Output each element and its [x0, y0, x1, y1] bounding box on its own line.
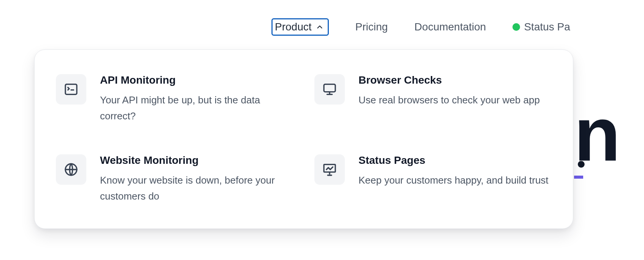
presentation-icon [314, 154, 345, 185]
hero-fragment-underline [574, 176, 583, 179]
svg-rect-2 [324, 84, 335, 92]
menu-title: Browser Checks [358, 74, 549, 86]
menu-text: Browser Checks Use real browsers to chec… [358, 74, 549, 108]
product-dropdown: API Monitoring Your API might be up, but… [34, 49, 573, 229]
menu-item-api-monitoring[interactable]: API Monitoring Your API might be up, but… [56, 74, 290, 124]
nav-status-page[interactable]: Status Pa [512, 22, 570, 32]
desktop-icon [314, 74, 345, 105]
menu-text: API Monitoring Your API might be up, but… [100, 74, 290, 124]
menu-text: Status Pages Keep your customers happy, … [358, 154, 549, 189]
menu-title: Website Monitoring [100, 154, 290, 166]
terminal-icon [56, 74, 86, 105]
menu-item-browser-checks[interactable]: Browser Checks Use real browsers to chec… [314, 74, 549, 124]
menu-item-website-monitoring[interactable]: Website Monitoring Know your website is … [56, 154, 290, 204]
status-dot-icon [512, 23, 520, 31]
chevron-up-icon [316, 23, 324, 31]
nav-documentation-label: Documentation [414, 22, 486, 32]
nav-product[interactable]: Product [271, 18, 329, 36]
menu-title: API Monitoring [100, 74, 290, 86]
menu-item-status-pages[interactable]: Status Pages Keep your customers happy, … [314, 154, 549, 204]
nav-pricing-label: Pricing [355, 22, 388, 32]
top-nav: Product Pricing Documentation Status Pa [0, 18, 644, 36]
nav-product-label: Product [275, 22, 312, 32]
globe-icon [56, 154, 86, 185]
menu-desc: Keep your customers happy, and build tru… [358, 173, 549, 189]
nav-status-page-label: Status Pa [524, 22, 570, 32]
nav-documentation[interactable]: Documentation [414, 22, 486, 32]
hero-fragment-bullet: • [577, 150, 585, 177]
menu-desc: Your API might be up, but is the data co… [100, 92, 290, 124]
menu-title: Status Pages [358, 154, 549, 166]
menu-desc: Use real browsers to check your web app [358, 92, 549, 108]
nav-pricing[interactable]: Pricing [355, 22, 388, 32]
menu-desc: Know your website is down, before your c… [100, 173, 290, 204]
menu-text: Website Monitoring Know your website is … [100, 154, 290, 204]
